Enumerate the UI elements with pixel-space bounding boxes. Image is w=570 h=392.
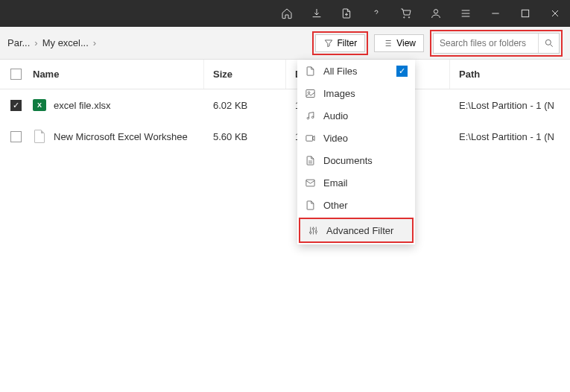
chevron-right-icon: › [93, 37, 96, 48]
dd-label: Documents [323, 155, 373, 166]
svg-point-2 [545, 39, 551, 45]
file-name: excel file.xlsx [54, 100, 111, 111]
check-icon [396, 66, 408, 77]
filter-documents[interactable]: Documents [297, 149, 415, 171]
svg-point-4 [308, 92, 310, 94]
dd-label: Images [323, 88, 355, 99]
file-table: Name Size D Path X excel file.xlsx 6.02 … [0, 60, 570, 152]
dd-label: All Files [323, 66, 358, 77]
filter-audio[interactable]: Audio [297, 104, 415, 127]
filter-button[interactable]: Filter [315, 34, 366, 52]
close-icon[interactable] [540, 0, 570, 27]
filter-email[interactable]: Email [297, 171, 415, 194]
file-size: 5.60 KB [204, 121, 286, 152]
email-icon [305, 177, 316, 189]
header-checkbox-col [0, 69, 31, 80]
breadcrumb-folder[interactable]: My excel... [42, 37, 89, 48]
audio-icon [305, 110, 316, 121]
view-button[interactable]: View [374, 34, 424, 52]
row-checkbox[interactable] [10, 131, 22, 142]
chevron-right-icon: › [34, 37, 37, 48]
header-path[interactable]: Path [450, 60, 570, 89]
file-path: E:\Lost Partition - 1 (N [450, 121, 570, 152]
search-input[interactable] [434, 38, 538, 48]
view-label: View [396, 38, 416, 48]
help-icon[interactable] [361, 0, 391, 27]
header-name[interactable]: Name [31, 60, 204, 89]
advanced-filter-highlight: Advanced Filter [299, 218, 414, 243]
search-box [433, 33, 560, 54]
other-icon [305, 200, 316, 211]
home-icon[interactable] [272, 0, 302, 27]
video-icon [305, 133, 316, 144]
select-all-checkbox[interactable] [10, 69, 22, 80]
maximize-icon[interactable] [510, 0, 540, 27]
file-path: E:\Lost Partition - 1 (N [450, 89, 570, 121]
menu-icon[interactable] [451, 0, 481, 27]
filter-highlight: Filter [312, 31, 369, 55]
row-checkbox[interactable] [10, 100, 22, 111]
svg-point-5 [307, 117, 309, 119]
header-size[interactable]: Size [204, 60, 286, 89]
filter-other[interactable]: Other [297, 194, 415, 216]
file-icon [33, 130, 46, 143]
search-icon [544, 38, 554, 48]
breadcrumb-root[interactable]: Par... [7, 37, 30, 48]
filter-label: Filter [338, 38, 358, 48]
filter-advanced[interactable]: Advanced Filter [300, 219, 412, 241]
svg-rect-1 [522, 10, 528, 16]
export-icon[interactable] [332, 0, 361, 27]
filter-icon [323, 38, 334, 48]
table-row[interactable]: X excel file.xlsx 6.02 KB 15 E:\Lost Par… [0, 89, 570, 121]
filter-dropdown: All Files Images Audio Video Documents E… [297, 60, 415, 244]
dd-label: Advanced Filter [326, 225, 393, 236]
sliders-icon [308, 225, 319, 236]
dd-label: Other [323, 200, 348, 211]
cart-icon[interactable] [391, 0, 421, 27]
dd-label: Video [323, 133, 348, 144]
search-highlight [430, 30, 563, 57]
file-size: 6.02 KB [204, 89, 286, 121]
filter-images[interactable]: Images [297, 82, 415, 104]
dd-label: Email [323, 177, 348, 189]
svg-rect-8 [306, 180, 314, 186]
filter-all-files[interactable]: All Files [297, 60, 415, 82]
download-icon[interactable] [302, 0, 332, 27]
titlebar [0, 0, 570, 27]
svg-rect-7 [306, 135, 313, 141]
breadcrumb: Par... › My excel... › [7, 37, 312, 48]
image-icon [305, 88, 316, 99]
minimize-icon[interactable] [481, 0, 510, 27]
table-row[interactable]: New Microsoft Excel Workshee 5.60 KB 15 … [0, 121, 570, 152]
file-icon [305, 66, 316, 77]
document-icon [305, 155, 316, 166]
dd-label: Audio [323, 110, 348, 121]
filter-video[interactable]: Video [297, 127, 415, 149]
search-button[interactable] [538, 34, 559, 53]
svg-point-0 [434, 10, 437, 13]
file-name: New Microsoft Excel Workshee [54, 131, 188, 142]
account-icon[interactable] [421, 0, 451, 27]
table-header: Name Size D Path [0, 60, 570, 89]
list-icon [382, 38, 393, 48]
svg-point-6 [311, 116, 314, 118]
excel-icon: X [33, 98, 46, 112]
toolbar: Par... › My excel... › Filter View [0, 27, 570, 60]
